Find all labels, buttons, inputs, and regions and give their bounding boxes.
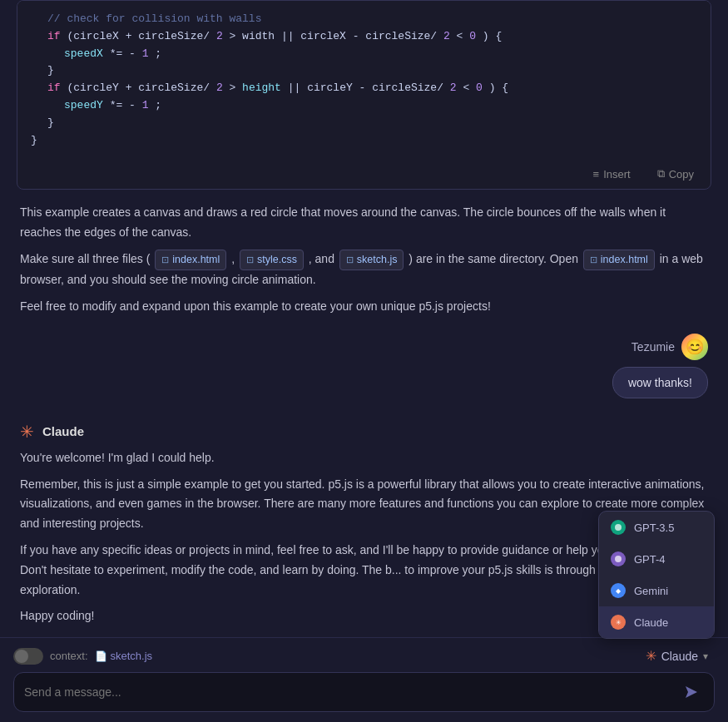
- code-line-if2: if (circleY + circleSize/ 2 > height || …: [31, 80, 697, 97]
- comma1: ,: [231, 252, 238, 265]
- code-area: // check for collision with walls if (ci…: [17, 1, 711, 159]
- file-chip-2[interactable]: ⊡ style.css: [240, 250, 304, 270]
- model-option-gemini[interactable]: ◆ Gemini: [599, 575, 714, 606]
- message-input[interactable]: [24, 685, 672, 699]
- file-chip-1[interactable]: ⊡ index.html: [155, 250, 226, 270]
- model-label-claude: Claude: [634, 616, 668, 629]
- insert-icon: ≡: [593, 168, 600, 180]
- model-selector-label: Claude: [661, 650, 698, 663]
- code-block: // check for collision with walls if (ci…: [17, 0, 711, 190]
- file-icon-3: ⊡: [346, 252, 354, 268]
- comment-text: // check for collision with walls: [47, 12, 261, 25]
- model-label-gpt4: GPT-4: [634, 553, 666, 566]
- file-chip-2-label: style.css: [257, 251, 297, 269]
- send-button[interactable]: [679, 680, 704, 705]
- context-toggle[interactable]: [13, 648, 43, 665]
- model-dot-gemini: ◆: [611, 583, 626, 598]
- chevron-down-icon: ▾: [703, 650, 708, 662]
- context-left: context: 📄 sketch.js: [13, 648, 152, 665]
- file-chip-3[interactable]: ⊡ sketch.js: [339, 250, 404, 270]
- code-line-speedx: speedX *= - 1 ;: [31, 46, 697, 63]
- user-name-row: Tezumie 😊: [0, 330, 728, 360]
- svg-point-1: [615, 556, 622, 562]
- user-bubble-text: wow thanks!: [628, 376, 692, 389]
- user-name-label: Tezumie: [631, 340, 675, 354]
- claude-header: ✳ Claude: [20, 422, 708, 442]
- claude-name-label: Claude: [42, 424, 84, 438]
- code-line-speedy: speedY *= - 1 ;: [31, 97, 697, 115]
- code-line-comment: // check for collision with walls: [31, 11, 697, 28]
- context-file: 📄 sketch.js: [95, 650, 153, 662]
- context-file-icon: 📄: [95, 650, 107, 662]
- model-option-gpt4[interactable]: GPT-4: [599, 543, 714, 575]
- model-dot-gpt4: [611, 551, 626, 566]
- file-chip-3-label: sketch.js: [357, 251, 398, 269]
- bottom-bar: context: 📄 sketch.js ✳ Claude ▾: [0, 637, 728, 722]
- explanation-block: This example creates a canvas and draws …: [0, 190, 728, 329]
- send-icon: [684, 685, 699, 700]
- context-row: context: 📄 sketch.js ✳ Claude ▾: [13, 645, 715, 667]
- code-line-close3: }: [31, 132, 697, 150]
- model-option-gpt35[interactable]: GPT-3.5: [599, 512, 714, 543]
- model-dot-claude: ✳: [611, 615, 626, 630]
- toggle-thumb: [15, 650, 28, 663]
- claude-line1: You're welcome! I'm glad I could help.: [20, 448, 708, 468]
- copy-label: Copy: [669, 168, 694, 180]
- model-option-claude[interactable]: ✳ Claude: [599, 606, 714, 638]
- insert-label: Insert: [603, 168, 631, 180]
- code-footer: ≡ Insert ⧉ Copy: [17, 159, 711, 189]
- model-dot-gpt35: [611, 520, 626, 535]
- code-line-close2: }: [31, 115, 697, 132]
- input-row: [13, 672, 715, 712]
- explanation-text1: This example creates a canvas and draws …: [20, 203, 708, 243]
- file-icon-4: ⊡: [590, 252, 597, 268]
- text3: ) are in the same directory. Open: [409, 252, 578, 265]
- user-avatar: 😊: [681, 334, 708, 360]
- user-message-wrapper: wow thanks!: [0, 360, 728, 405]
- model-selector-icon: ✳: [646, 648, 656, 664]
- explanation-text2: Make sure all three files ( ⊡ index.html…: [20, 250, 708, 290]
- model-dropdown[interactable]: GPT-3.5 GPT-4 ◆ Gemini ✳ Claude: [598, 511, 715, 639]
- asterisk-icon: ✳: [20, 422, 34, 442]
- exp-text2: Make sure all three files (: [20, 252, 150, 265]
- file-icon-2: ⊡: [246, 252, 254, 268]
- file-chip-4[interactable]: ⊡ index.html: [583, 250, 655, 270]
- code-line-if1: if (circleX + circleSize/ 2 > width || c…: [31, 28, 697, 46]
- svg-point-0: [615, 524, 622, 531]
- copy-icon: ⧉: [657, 167, 665, 180]
- model-label-gpt35: GPT-3.5: [634, 522, 674, 534]
- user-bubble: wow thanks!: [612, 367, 708, 398]
- and-text: , and: [309, 252, 334, 265]
- model-label-gemini: Gemini: [634, 585, 668, 597]
- file-icon-1: ⊡: [161, 252, 169, 268]
- context-file-name: sketch.js: [111, 650, 153, 662]
- code-line-close1: }: [31, 62, 697, 80]
- avatar-emoji: 😊: [686, 338, 704, 356]
- context-label: context:: [50, 650, 88, 662]
- file-chip-1-label: index.html: [172, 251, 220, 269]
- model-selector-button[interactable]: ✳ Claude ▾: [639, 645, 715, 667]
- explanation-text5: Feel free to modify and expand upon this…: [20, 297, 708, 317]
- copy-button[interactable]: ⧉ Copy: [651, 164, 701, 184]
- file-chip-4-label: index.html: [601, 251, 648, 269]
- insert-button[interactable]: ≡ Insert: [587, 165, 637, 184]
